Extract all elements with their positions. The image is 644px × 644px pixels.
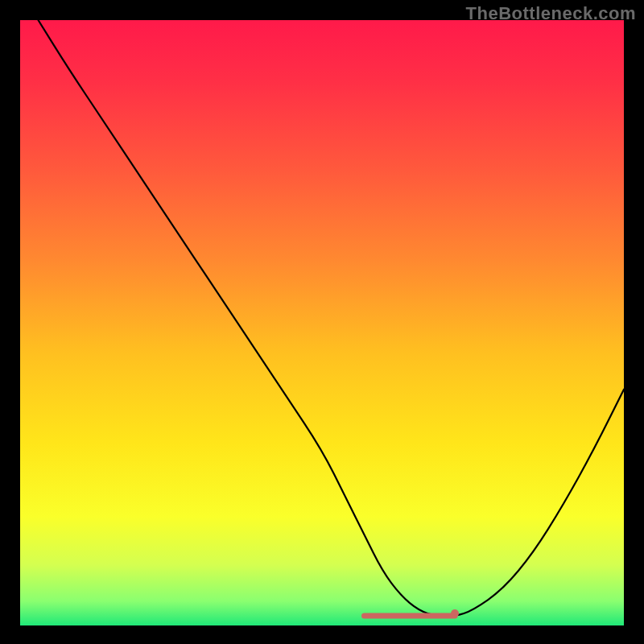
watermark-text: TheBottleneck.com [466, 3, 636, 24]
chart-frame: TheBottleneck.com [0, 0, 644, 644]
gradient-background [20, 20, 624, 625]
bottleneck-chart [20, 20, 624, 625]
optimal-zone-end-dot [451, 609, 459, 617]
